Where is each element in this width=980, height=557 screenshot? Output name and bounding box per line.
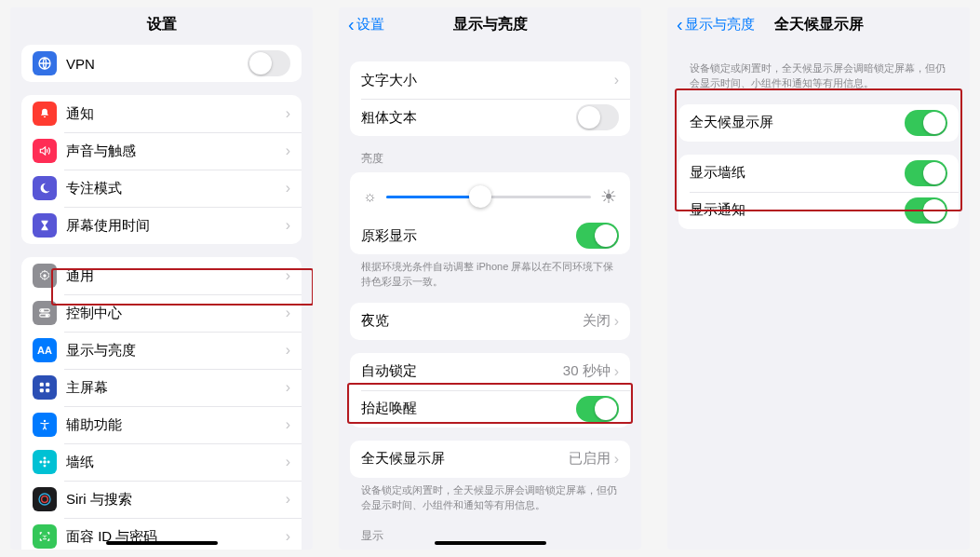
chevron-right-icon: › bbox=[286, 267, 290, 284]
hourglass-icon bbox=[33, 213, 57, 238]
row-aod[interactable]: 全天候显示屏 已启用 › bbox=[350, 441, 630, 478]
row-detail: 30 秒钟 bbox=[563, 362, 611, 380]
svg-point-10 bbox=[44, 420, 46, 422]
slider-fill bbox=[386, 196, 480, 198]
slider-knob[interactable] bbox=[469, 185, 491, 208]
chevron-right-icon: › bbox=[286, 342, 290, 359]
row-notifications[interactable]: 通知 › bbox=[21, 95, 302, 132]
chevron-right-icon: › bbox=[614, 451, 619, 468]
svg-rect-7 bbox=[46, 383, 49, 387]
chevron-right-icon: › bbox=[614, 72, 619, 88]
row-auto-lock[interactable]: 自动锁定 30 秒钟 › bbox=[350, 353, 630, 390]
screen-aod: ‹ 显示与亮度 全天候显示屏 设备锁定或闲置时，全天候显示屏会调暗锁定屏幕，但仍… bbox=[667, 7, 970, 550]
row-bold-text[interactable]: 粗体文本 bbox=[350, 99, 630, 136]
row-siri[interactable]: Siri 与搜索 › bbox=[21, 481, 302, 518]
row-label: 辅助功能 bbox=[66, 416, 286, 434]
flower-icon bbox=[33, 450, 57, 474]
row-general[interactable]: 通用 › bbox=[21, 257, 302, 294]
row-label: 屏幕使用时间 bbox=[66, 217, 286, 235]
svg-point-1 bbox=[43, 274, 47, 278]
row-homescreen[interactable]: 主屏幕 › bbox=[21, 369, 302, 406]
row-label: 通用 bbox=[66, 267, 286, 285]
chevron-right-icon: › bbox=[286, 143, 290, 159]
row-label: VPN bbox=[66, 56, 248, 72]
row-raise-to-wake[interactable]: 抬起唤醒 bbox=[350, 390, 630, 428]
back-button[interactable]: ‹ 设置 bbox=[348, 15, 384, 34]
row-display[interactable]: AA 显示与亮度 › bbox=[21, 332, 302, 369]
row-wallpaper[interactable]: 墙纸 › bbox=[21, 443, 302, 481]
chevron-right-icon: › bbox=[286, 416, 290, 433]
row-label: 抬起唤醒 bbox=[361, 400, 576, 417]
row-vpn[interactable]: VPN bbox=[21, 45, 302, 82]
chevron-right-icon: › bbox=[286, 528, 290, 545]
row-label: 显示通知 bbox=[690, 201, 905, 219]
svg-point-4 bbox=[42, 309, 44, 311]
chevron-right-icon: › bbox=[286, 180, 290, 197]
row-sound[interactable]: 声音与触感 › bbox=[21, 132, 302, 170]
row-show-notifications[interactable]: 显示通知 bbox=[678, 192, 959, 229]
row-detail: 关闭 bbox=[583, 312, 611, 330]
row-label: 全天候显示屏 bbox=[361, 450, 569, 468]
svg-rect-9 bbox=[46, 388, 49, 392]
chevron-right-icon: › bbox=[286, 217, 290, 234]
row-focus[interactable]: 专注模式 › bbox=[21, 170, 302, 207]
screen-settings: 设置 VPN 通知 › 声音 bbox=[10, 7, 313, 550]
row-label: 粗体文本 bbox=[361, 109, 576, 127]
bold-text-toggle[interactable] bbox=[576, 104, 619, 130]
row-label: 夜览 bbox=[361, 312, 583, 330]
home-indicator[interactable] bbox=[435, 541, 546, 545]
row-screentime[interactable]: 屏幕使用时间 › bbox=[21, 207, 302, 244]
page-title: 设置 bbox=[147, 15, 177, 34]
aod-footer: 设备锁定或闲置时，全天候显示屏会调暗锁定屏幕，但仍会显示时间、小组件和通知等有用… bbox=[361, 483, 623, 513]
row-night-shift[interactable]: 夜览 关闭 › bbox=[350, 303, 630, 340]
row-label: 文字大小 bbox=[361, 72, 614, 89]
bell-icon bbox=[33, 102, 57, 126]
row-label: 显示墙纸 bbox=[690, 164, 905, 182]
display-settings-list[interactable]: 文字大小 › 粗体文本 亮度 ☼ ☀ 原彩显示 根据环境光 bbox=[339, 41, 641, 550]
sun-large-icon: ☀ bbox=[600, 185, 617, 208]
row-label: 显示与亮度 bbox=[66, 342, 286, 360]
row-accessibility[interactable]: 辅助功能 › bbox=[21, 406, 302, 443]
back-button[interactable]: ‹ 显示与亮度 bbox=[677, 15, 755, 34]
row-show-wallpaper[interactable]: 显示墙纸 bbox=[678, 155, 959, 192]
aod-description: 设备锁定或闲置时，全天候显示屏会调暗锁定屏幕，但仍会显示时间、小组件和通知等有用… bbox=[690, 61, 951, 91]
svg-rect-6 bbox=[40, 383, 44, 387]
page-title: 显示与亮度 bbox=[453, 15, 528, 34]
raise-to-wake-toggle[interactable] bbox=[576, 396, 619, 422]
speaker-icon bbox=[33, 139, 57, 163]
screen-display-brightness: ‹ 设置 显示与亮度 文字大小 › 粗体文本 亮度 ☼ ☀ bbox=[339, 7, 641, 550]
back-label: 设置 bbox=[356, 16, 384, 34]
brightness-slider[interactable]: ☼ ☀ bbox=[350, 172, 630, 217]
row-label: 控制中心 bbox=[66, 305, 286, 322]
notifications-toggle[interactable] bbox=[905, 197, 947, 224]
aod-settings-list[interactable]: 设备锁定或闲置时，全天候显示屏会调暗锁定屏幕，但仍会显示时间、小组件和通知等有用… bbox=[667, 41, 970, 550]
text-size-icon: AA bbox=[33, 338, 57, 362]
navbar: 设置 bbox=[10, 7, 313, 41]
slider-track[interactable] bbox=[386, 196, 591, 198]
chevron-right-icon: › bbox=[286, 379, 290, 396]
accessibility-icon bbox=[33, 413, 57, 437]
chevron-right-icon: › bbox=[614, 313, 619, 330]
svg-point-12 bbox=[44, 456, 47, 459]
truetone-toggle[interactable] bbox=[576, 223, 619, 249]
row-aod-enable[interactable]: 全天候显示屏 bbox=[678, 104, 959, 142]
aod-toggle[interactable] bbox=[905, 110, 947, 136]
chevron-left-icon: ‹ bbox=[348, 15, 355, 34]
sun-small-icon: ☼ bbox=[363, 188, 377, 205]
row-label: 声音与触感 bbox=[66, 143, 286, 160]
row-truetone[interactable]: 原彩显示 bbox=[350, 217, 630, 254]
row-label: 自动锁定 bbox=[361, 362, 563, 380]
settings-list[interactable]: VPN 通知 › 声音与触感 › bbox=[10, 41, 313, 550]
wallpaper-toggle[interactable] bbox=[905, 160, 947, 186]
vpn-toggle[interactable] bbox=[248, 50, 290, 76]
svg-point-5 bbox=[46, 314, 47, 316]
chevron-right-icon: › bbox=[286, 454, 290, 470]
row-controlcenter[interactable]: 控制中心 › bbox=[21, 294, 302, 332]
svg-point-14 bbox=[39, 461, 42, 464]
svg-point-11 bbox=[43, 460, 47, 464]
home-indicator[interactable] bbox=[106, 541, 218, 545]
row-text-size[interactable]: 文字大小 › bbox=[350, 61, 630, 99]
row-label: 墙纸 bbox=[66, 454, 286, 471]
row-label: 原彩显示 bbox=[361, 227, 576, 245]
truetone-footer: 根据环境光条件自动调整 iPhone 屏幕以在不同环境下保持色彩显示一致。 bbox=[361, 260, 623, 290]
